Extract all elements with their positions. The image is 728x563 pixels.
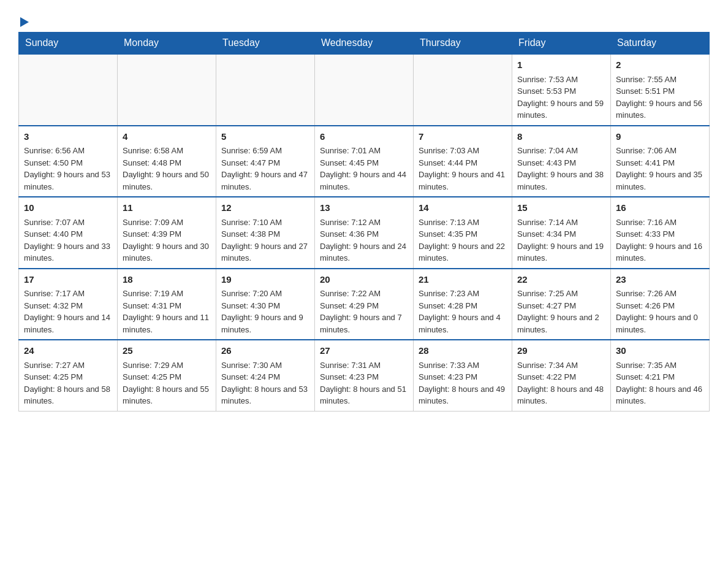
- sunset-text: Sunset: 4:29 PM: [320, 301, 379, 310]
- daylight-text: Daylight: 8 hours and 53 minutes.: [221, 385, 308, 406]
- sunrise-text: Sunrise: 6:56 AM: [24, 146, 85, 155]
- day-number: 21: [419, 273, 507, 287]
- day-number: 13: [320, 201, 408, 215]
- daylight-text: Daylight: 8 hours and 49 minutes.: [419, 385, 505, 406]
- weekday-header-thursday: Thursday: [414, 33, 512, 55]
- day-number: 2: [616, 58, 704, 72]
- day-number: 3: [24, 130, 112, 144]
- sunrise-text: Sunrise: 7:35 AM: [616, 361, 677, 370]
- daylight-text: Daylight: 9 hours and 44 minutes.: [320, 170, 406, 191]
- daylight-text: Daylight: 9 hours and 14 minutes.: [24, 313, 110, 334]
- daylight-text: Daylight: 9 hours and 24 minutes.: [320, 242, 406, 263]
- daylight-text: Daylight: 9 hours and 47 minutes.: [221, 170, 308, 191]
- sunset-text: Sunset: 4:26 PM: [616, 301, 675, 310]
- daylight-text: Daylight: 9 hours and 35 minutes.: [616, 170, 702, 191]
- sunrise-text: Sunrise: 7:53 AM: [517, 75, 578, 84]
- sunrise-text: Sunrise: 7:14 AM: [517, 218, 578, 227]
- sunset-text: Sunset: 4:36 PM: [320, 229, 379, 239]
- calendar-day-cell: 30Sunrise: 7:35 AMSunset: 4:21 PMDayligh…: [611, 340, 710, 411]
- sunrise-text: Sunrise: 7:01 AM: [320, 146, 381, 155]
- sunrise-text: Sunrise: 7:23 AM: [419, 289, 479, 298]
- sunset-text: Sunset: 5:53 PM: [517, 86, 576, 96]
- daylight-text: Daylight: 9 hours and 0 minutes.: [616, 313, 698, 334]
- daylight-text: Daylight: 9 hours and 22 minutes.: [419, 242, 505, 263]
- daylight-text: Daylight: 9 hours and 30 minutes.: [123, 242, 209, 263]
- daylight-text: Daylight: 9 hours and 53 minutes.: [24, 170, 110, 191]
- calendar-day-cell: [414, 54, 512, 126]
- sunrise-text: Sunrise: 7:17 AM: [24, 289, 85, 298]
- calendar-day-cell: 10Sunrise: 7:07 AMSunset: 4:40 PMDayligh…: [19, 197, 118, 269]
- calendar-day-cell: 27Sunrise: 7:31 AMSunset: 4:23 PMDayligh…: [315, 340, 414, 411]
- sunrise-text: Sunrise: 7:13 AM: [419, 218, 479, 227]
- sunrise-text: Sunrise: 7:09 AM: [123, 218, 183, 227]
- daylight-text: Daylight: 8 hours and 51 minutes.: [320, 385, 406, 406]
- day-number: 15: [517, 201, 605, 215]
- daylight-text: Daylight: 9 hours and 50 minutes.: [123, 170, 209, 191]
- sunset-text: Sunset: 4:32 PM: [24, 301, 83, 310]
- daylight-text: Daylight: 9 hours and 56 minutes.: [616, 99, 702, 120]
- sunset-text: Sunset: 4:48 PM: [123, 158, 181, 167]
- calendar-day-cell: 25Sunrise: 7:29 AMSunset: 4:25 PMDayligh…: [118, 340, 216, 411]
- sunrise-text: Sunrise: 7:29 AM: [123, 361, 183, 370]
- calendar-week-row: 1Sunrise: 7:53 AMSunset: 5:53 PMDaylight…: [19, 54, 710, 126]
- sunrise-text: Sunrise: 7:34 AM: [517, 361, 578, 370]
- day-number: 7: [419, 130, 507, 144]
- day-number: 14: [419, 201, 507, 215]
- day-number: 6: [320, 130, 408, 144]
- sunset-text: Sunset: 4:22 PM: [517, 372, 576, 381]
- daylight-text: Daylight: 9 hours and 33 minutes.: [24, 242, 110, 263]
- sunset-text: Sunset: 5:51 PM: [616, 86, 675, 96]
- day-number: 11: [123, 201, 211, 215]
- calendar-day-cell: [315, 54, 414, 126]
- sunset-text: Sunset: 4:30 PM: [221, 301, 280, 310]
- day-number: 20: [320, 273, 408, 287]
- sunrise-text: Sunrise: 7:31 AM: [320, 361, 381, 370]
- sunset-text: Sunset: 4:43 PM: [517, 158, 576, 167]
- day-number: 25: [123, 344, 211, 358]
- sunrise-text: Sunrise: 7:25 AM: [517, 289, 578, 298]
- day-number: 10: [24, 201, 112, 215]
- day-number: 23: [616, 273, 704, 287]
- day-number: 18: [123, 273, 211, 287]
- sunset-text: Sunset: 4:25 PM: [24, 372, 83, 381]
- calendar-day-cell: [118, 54, 216, 126]
- day-number: 4: [123, 130, 211, 144]
- sunrise-text: Sunrise: 7:07 AM: [24, 218, 85, 227]
- day-number: 1: [517, 58, 605, 72]
- logo-arrow-icon: [20, 17, 29, 27]
- sunrise-text: Sunrise: 7:03 AM: [419, 146, 479, 155]
- calendar-week-row: 10Sunrise: 7:07 AMSunset: 4:40 PMDayligh…: [19, 197, 710, 269]
- daylight-text: Daylight: 8 hours and 55 minutes.: [123, 385, 209, 406]
- sunset-text: Sunset: 4:39 PM: [123, 229, 181, 239]
- calendar-day-cell: 5Sunrise: 6:59 AMSunset: 4:47 PMDaylight…: [216, 126, 315, 197]
- calendar-day-cell: 29Sunrise: 7:34 AMSunset: 4:22 PMDayligh…: [512, 340, 611, 411]
- sunrise-text: Sunrise: 7:04 AM: [517, 146, 578, 155]
- day-number: 27: [320, 344, 408, 358]
- calendar-day-cell: 26Sunrise: 7:30 AMSunset: 4:24 PMDayligh…: [216, 340, 315, 411]
- daylight-text: Daylight: 9 hours and 2 minutes.: [517, 313, 599, 334]
- daylight-text: Daylight: 9 hours and 9 minutes.: [221, 313, 303, 334]
- sunset-text: Sunset: 4:23 PM: [320, 372, 379, 381]
- sunrise-text: Sunrise: 6:58 AM: [123, 146, 183, 155]
- sunset-text: Sunset: 4:41 PM: [616, 158, 675, 167]
- calendar-day-cell: 14Sunrise: 7:13 AMSunset: 4:35 PMDayligh…: [414, 197, 512, 269]
- daylight-text: Daylight: 9 hours and 59 minutes.: [517, 99, 604, 120]
- sunset-text: Sunset: 4:21 PM: [616, 372, 675, 381]
- sunrise-text: Sunrise: 7:27 AM: [24, 361, 85, 370]
- sunset-text: Sunset: 4:31 PM: [123, 301, 181, 310]
- weekday-header-sunday: Sunday: [19, 33, 118, 55]
- weekday-header-tuesday: Tuesday: [216, 33, 315, 55]
- day-number: 30: [616, 344, 704, 358]
- calendar-day-cell: 16Sunrise: 7:16 AMSunset: 4:33 PMDayligh…: [611, 197, 710, 269]
- daylight-text: Daylight: 9 hours and 4 minutes.: [419, 313, 501, 334]
- weekday-header-wednesday: Wednesday: [315, 33, 414, 55]
- calendar-day-cell: 15Sunrise: 7:14 AMSunset: 4:34 PMDayligh…: [512, 197, 611, 269]
- sunset-text: Sunset: 4:45 PM: [320, 158, 379, 167]
- daylight-text: Daylight: 8 hours and 46 minutes.: [616, 385, 702, 406]
- page-header: [18, 12, 710, 26]
- sunrise-text: Sunrise: 6:59 AM: [221, 146, 282, 155]
- sunset-text: Sunset: 4:44 PM: [419, 158, 477, 167]
- calendar-day-cell: 19Sunrise: 7:20 AMSunset: 4:30 PMDayligh…: [216, 269, 315, 340]
- calendar-day-cell: 21Sunrise: 7:23 AMSunset: 4:28 PMDayligh…: [414, 269, 512, 340]
- weekday-header-monday: Monday: [118, 33, 216, 55]
